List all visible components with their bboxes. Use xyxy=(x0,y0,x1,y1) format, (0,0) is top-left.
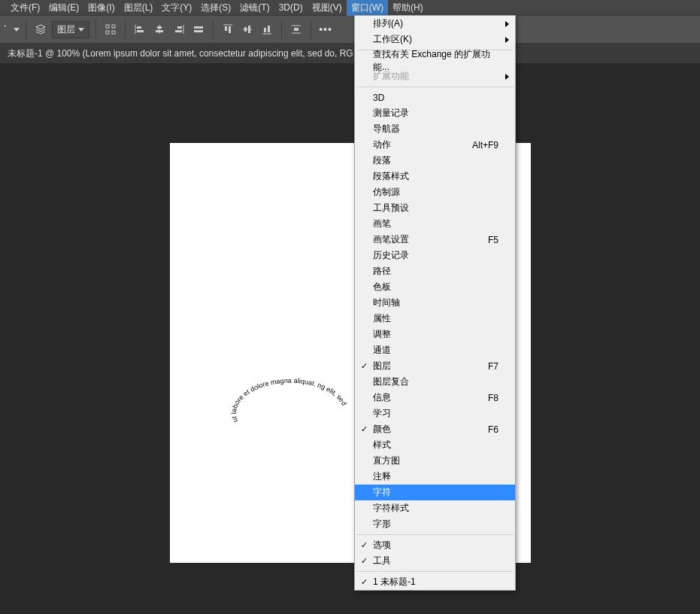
menu-item[interactable]: ✓图层F7 xyxy=(355,358,515,374)
menu-item[interactable]: 测量记录 xyxy=(355,105,515,121)
align-left-button[interactable] xyxy=(132,21,148,38)
curved-text-content: ut labore et dolore magna aliquat. ng el… xyxy=(208,361,348,424)
menu-item[interactable]: 导航器 xyxy=(355,121,515,137)
menu-item-label: 信息 xyxy=(373,391,480,404)
chevron-down-icon xyxy=(14,28,20,32)
separator xyxy=(125,20,126,39)
menu-编辑[interactable]: 编辑(E) xyxy=(44,0,83,16)
align-top-button[interactable] xyxy=(220,21,236,38)
menu-item-shortcut: Alt+F9 xyxy=(465,140,498,150)
menu-item[interactable]: 画笔 xyxy=(355,216,515,232)
svg-rect-11 xyxy=(177,26,182,29)
menu-item[interactable]: 样式 xyxy=(355,437,515,453)
menu-item[interactable]: 字符 xyxy=(355,485,515,500)
menu-item[interactable]: ✓颜色F6 xyxy=(355,421,515,437)
menu-item[interactable]: 时间轴 xyxy=(355,295,515,311)
menu-item[interactable]: 字符样式 xyxy=(355,500,515,516)
menu-item-label: 画笔设置 xyxy=(373,233,480,246)
menu-item-shortcut: F5 xyxy=(480,235,498,245)
menu-item[interactable]: 仿制源 xyxy=(355,184,515,200)
menu-item[interactable]: 信息F8 xyxy=(355,390,515,406)
menu-item-label: 历史记录 xyxy=(373,249,498,262)
menu-item-label: 工具预设 xyxy=(373,202,498,214)
menu-item[interactable]: 直方图 xyxy=(355,453,515,469)
menu-item[interactable]: ✓工具 xyxy=(355,553,515,569)
svg-rect-8 xyxy=(157,26,162,29)
reference-layer-label: 图层 xyxy=(57,23,75,36)
window-menu-dropdown[interactable]: 排列(A)工作区(K)查找有关 Exchange 的扩展功能...扩展功能3D测… xyxy=(354,15,516,591)
menu-item[interactable]: 图层复合 xyxy=(355,374,515,390)
menu-item[interactable]: 色板 xyxy=(355,279,515,295)
menu-item-label: 色板 xyxy=(373,281,498,293)
align-justify-button[interactable] xyxy=(190,21,207,38)
menu-选择[interactable]: 选择(S) xyxy=(196,0,235,16)
svg-rect-6 xyxy=(137,30,144,32)
menu-item-label: 通道 xyxy=(373,344,498,357)
menu-item-label: 字符样式 xyxy=(373,502,498,515)
menu-item[interactable]: 工具预设 xyxy=(355,200,515,216)
svg-rect-5 xyxy=(137,26,141,29)
menu-item[interactable]: 属性 xyxy=(355,311,515,327)
svg-rect-16 xyxy=(225,26,227,31)
menu-文字[interactable]: 文字(Y) xyxy=(157,0,196,16)
separator xyxy=(26,20,26,39)
submenu-arrow-icon xyxy=(505,37,509,43)
align-right-button[interactable] xyxy=(171,21,187,38)
menu-item[interactable]: 通道 xyxy=(355,342,515,358)
menu-item[interactable]: 段落样式 xyxy=(355,169,515,184)
more-options-button[interactable]: ••• xyxy=(317,21,334,38)
layers-icon-button[interactable] xyxy=(32,21,49,38)
menu-item[interactable]: 字形 xyxy=(355,516,515,532)
menu-item-label: 动作 xyxy=(373,138,465,151)
menu-item-label: 1 未标题-1 xyxy=(373,576,498,588)
text-orientation-button[interactable] xyxy=(3,21,20,38)
menu-item-label: 3D xyxy=(373,93,498,103)
menu-item[interactable]: 路径 xyxy=(355,263,515,279)
align-center-h-button[interactable] xyxy=(151,21,168,38)
menu-滤镜[interactable]: 滤镜(T) xyxy=(235,0,274,16)
menu-item[interactable]: 段落 xyxy=(355,153,515,169)
check-icon: ✓ xyxy=(361,361,368,371)
menu-item[interactable]: 查找有关 Exchange 的扩展功能... xyxy=(355,53,515,68)
menu-item[interactable]: 排列(A) xyxy=(355,16,515,32)
menu-item[interactable]: 历史记录 xyxy=(355,248,515,263)
menu-视图[interactable]: 视图(V) xyxy=(308,0,347,16)
align-middle-v-button[interactable] xyxy=(239,21,256,38)
menu-item: 扩展功能 xyxy=(355,68,515,84)
reference-layer-dropdown[interactable]: 图层 xyxy=(52,21,89,38)
separator xyxy=(95,20,96,39)
distribute-v-button[interactable] xyxy=(288,21,305,38)
align-grid-button[interactable] xyxy=(102,21,119,38)
menu-item-shortcut: F6 xyxy=(480,424,498,435)
svg-rect-17 xyxy=(229,26,231,33)
menu-item-label: 直方图 xyxy=(373,454,498,467)
menu-item[interactable]: 动作Alt+F9 xyxy=(355,137,515,153)
menu-item[interactable]: 注释 xyxy=(355,469,515,485)
menu-item-label: 测量记录 xyxy=(373,107,498,120)
workspace: ut labore et dolore magna aliquat. ng el… xyxy=(0,63,700,614)
menu-item[interactable]: 3D xyxy=(355,90,515,105)
menu-item[interactable]: 调整 xyxy=(355,327,515,342)
menu-帮助[interactable]: 帮助(H) xyxy=(388,0,428,16)
menu-item[interactable]: 学习 xyxy=(355,406,515,421)
menu-item-label: 图层 xyxy=(373,360,480,372)
menu-item[interactable]: 画笔设置F5 xyxy=(355,232,515,248)
menu-3d[interactable]: 3D(D) xyxy=(274,1,308,14)
check-icon: ✓ xyxy=(361,577,368,587)
menu-item[interactable]: ✓选项 xyxy=(355,537,515,553)
align-bottom-button[interactable] xyxy=(259,21,275,38)
menu-item-label: 颜色 xyxy=(373,423,480,436)
menu-图像[interactable]: 图像(I) xyxy=(83,0,119,16)
menubar: 文件(F)编辑(E)图像(I)图层(L)文字(Y)选择(S)滤镜(T)3D(D)… xyxy=(0,0,700,15)
menu-文件[interactable]: 文件(F) xyxy=(6,0,44,16)
menu-图层[interactable]: 图层(L) xyxy=(120,0,158,16)
menu-item[interactable]: 工作区(K) xyxy=(355,32,515,47)
menu-窗口[interactable]: 窗口(W) xyxy=(347,0,388,16)
menu-item-label: 图层复合 xyxy=(373,375,498,388)
submenu-arrow-icon xyxy=(505,21,509,27)
document-tab[interactable]: 未标题-1 @ 100% (Lorem ipsum dolor sit amet… xyxy=(8,47,353,60)
menu-item-label: 工具 xyxy=(373,555,498,567)
svg-rect-19 xyxy=(244,27,247,32)
menu-item[interactable]: ✓1 未标题-1 xyxy=(355,574,515,590)
svg-rect-1 xyxy=(112,25,115,28)
